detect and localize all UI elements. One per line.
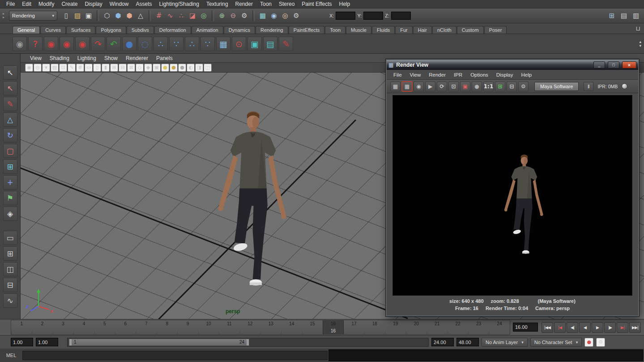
timeline-tick-label[interactable]: 12	[240, 320, 260, 327]
auto-keyframe-icon[interactable]: ●	[584, 338, 593, 347]
shelf-tab[interactable]: nCloth	[432, 26, 456, 34]
shelf-tab[interactable]: Custom	[457, 26, 484, 34]
range-slider-track[interactable]: 1 24	[67, 338, 429, 347]
go-to-start-button[interactable]: |◀◀	[542, 322, 553, 333]
playblast-icon[interactable]: ◉	[13, 37, 27, 51]
render-view-window[interactable]: ▦ Render View _ □ × FileViewRenderIPROpt…	[386, 59, 639, 316]
render-view-menu-item[interactable]: File	[389, 72, 406, 78]
snap-view-plane-icon[interactable]: ◪	[187, 10, 198, 21]
maximize-button[interactable]: □	[608, 61, 619, 69]
menubar-item[interactable]: Render	[232, 0, 256, 8]
timeline-tick-label[interactable]: 13	[260, 320, 281, 327]
render-region-icon[interactable]: ⊡	[448, 82, 459, 91]
play-backwards-button[interactable]: ◀	[579, 322, 591, 333]
shelf-tab[interactable]: Fur	[395, 26, 413, 34]
animation-preferences-icon[interactable]: ⚙	[596, 338, 605, 347]
shaded-mode-icon[interactable]: ◆	[144, 64, 152, 72]
timeline-tick-label[interactable]: 24	[489, 320, 510, 327]
anim-layer-dropdown[interactable]: No Anim Layer ▾	[482, 338, 528, 347]
node-graph-4-icon[interactable]: ∵	[200, 37, 215, 51]
menubar-item[interactable]: Lighting/Shading	[155, 0, 202, 8]
highlight-selection-icon[interactable]: △	[135, 10, 146, 21]
viewport-menu-item[interactable]: Lighting	[73, 55, 100, 61]
menubar-item[interactable]: Texturing	[203, 0, 232, 8]
paint-brush-icon[interactable]: ✎	[279, 37, 293, 51]
use-all-lights-icon[interactable]: ●	[161, 64, 169, 72]
timeline-tick-label[interactable]: 4	[73, 320, 94, 327]
node-graph-2-icon[interactable]: ∵	[169, 37, 183, 51]
grease-pencil-icon[interactable]: ✎	[68, 64, 76, 72]
shelf-tab[interactable]: Muscle	[346, 26, 371, 34]
node-graph-3-icon[interactable]: ∴	[185, 37, 199, 51]
safe-action-icon[interactable]: ⊟	[119, 64, 127, 72]
menubar-item[interactable]: Stereo	[275, 0, 298, 8]
render-current-frame-icon[interactable]: ◉	[269, 10, 279, 21]
shelf-tab[interactable]: Deformation	[154, 26, 191, 34]
refresh-ipr-icon[interactable]: ⟳	[437, 82, 447, 91]
shelf-tab[interactable]: General	[13, 26, 40, 34]
resolution-gate-icon[interactable]: ▯	[93, 64, 101, 72]
menubar-item[interactable]: Paint Effects	[298, 0, 335, 8]
character-set-dropdown[interactable]: No Character Set ▾	[530, 338, 582, 347]
timeline-tick-label[interactable]: 22	[448, 320, 468, 327]
grid-toggle-icon[interactable]: #	[76, 64, 84, 72]
playback-end-field[interactable]	[431, 338, 454, 346]
make-live-icon[interactable]: ◎	[198, 10, 209, 21]
viewport-menu-item[interactable]: Renderer	[122, 55, 152, 61]
viewport-menu-item[interactable]: Panels	[152, 55, 177, 61]
asset-box-icon[interactable]: ▤	[263, 37, 277, 51]
shelf-scroll-arrows[interactable]: ▴ ▾	[639, 40, 641, 48]
new-scene-icon[interactable]: ▯	[61, 10, 72, 21]
redo-previous-render-icon[interactable]: ▦	[390, 82, 401, 91]
menubar-item[interactable]: Assets	[132, 0, 155, 8]
bookmark-icon[interactable]: ▾	[42, 64, 50, 72]
isolate-select-icon[interactable]: ◫	[204, 64, 212, 72]
textured-mode-icon[interactable]: ▣	[153, 64, 161, 72]
timeline-tick-label[interactable]: 10	[198, 320, 219, 327]
shelf-tab[interactable]: Poser	[484, 26, 507, 34]
playback-start-field[interactable]	[36, 338, 58, 346]
pin-icon[interactable]: ⊙	[232, 37, 246, 51]
select-tool-icon[interactable]: ↖	[3, 65, 17, 80]
shelf-tab[interactable]: Surfaces	[66, 26, 95, 34]
menubar-item[interactable]: File	[3, 0, 18, 8]
ipr-pause-button[interactable]: ‖	[584, 82, 593, 91]
time-slider-track[interactable]: 123456789101112131415161718192021222324 …	[11, 320, 510, 335]
render-current-frame-icon[interactable]: ▦	[402, 82, 412, 91]
render-view-menu-item[interactable]: Options	[466, 72, 492, 78]
node-graph-1-icon[interactable]: ∴	[154, 37, 168, 51]
viewport-menu-item[interactable]: Shading	[46, 55, 73, 61]
snap-curve-icon[interactable]: ∿	[165, 10, 175, 21]
menubar-item[interactable]: Help	[336, 0, 354, 8]
gate-mask-icon[interactable]: ▮	[102, 64, 110, 72]
viewport-menu-item[interactable]: Show	[100, 55, 122, 61]
x-coordinate-field[interactable]	[336, 12, 355, 20]
redo-arrow-icon[interactable]: ↷	[91, 37, 105, 51]
persp-outliner-layout-icon[interactable]: ◫	[3, 262, 17, 276]
shelf-tab[interactable]: Fluids	[372, 26, 395, 34]
menubar-item[interactable]: Modify	[35, 0, 58, 8]
motion-blur-icon[interactable]: ◐	[187, 64, 195, 72]
soft-modification-tool-icon[interactable]: △	[3, 112, 17, 127]
remove-image-icon[interactable]: ⊟	[507, 82, 517, 91]
keep-image-icon[interactable]: ⊞	[495, 82, 505, 91]
timeline-tick-label[interactable]: 16	[323, 320, 343, 327]
spreadsheet-icon[interactable]: ▦	[216, 37, 230, 51]
render-view-titlebar[interactable]: ▦ Render View _ □ ×	[387, 60, 638, 70]
command-input[interactable]	[22, 351, 328, 360]
step-back-frame-button[interactable]: ◀|	[567, 322, 578, 333]
render-view-menu-item[interactable]: IPR	[450, 72, 466, 78]
save-scene-icon[interactable]: ▣	[83, 10, 94, 21]
step-forward-frame-button[interactable]: |▶	[604, 322, 616, 333]
timeline-tick-label[interactable]: 9	[177, 320, 198, 327]
alpha-channel-icon[interactable]: ●	[472, 82, 482, 91]
timeline-tick-label[interactable]: 3	[53, 320, 73, 327]
image-plane-icon[interactable]: ▨	[51, 64, 59, 72]
spinner-down-icon[interactable]: ▾	[639, 44, 641, 48]
single-pane-layout-icon[interactable]: ▭	[3, 231, 17, 245]
snapshot-icon[interactable]: ◉	[414, 82, 424, 91]
shelf-tab[interactable]: Curves	[40, 26, 66, 34]
render-result-canvas[interactable]	[392, 95, 632, 296]
render-view-menu-item[interactable]: Render	[425, 72, 450, 78]
render-view-menu-item[interactable]: Help	[517, 72, 536, 78]
